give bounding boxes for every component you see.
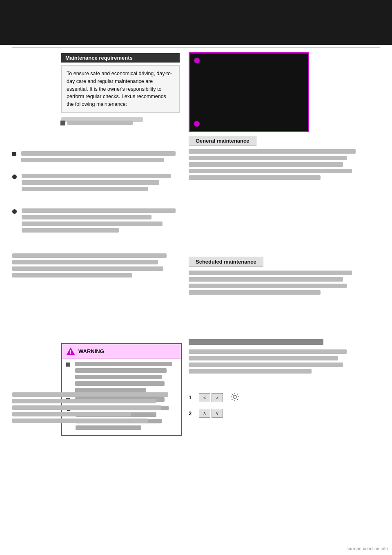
svg-point-2: [233, 395, 236, 398]
nav-btn-right[interactable]: >: [212, 393, 223, 402]
sq-bullet-1: [12, 152, 16, 156]
maint-req-text-box: To ensure safe and economical driving, d…: [61, 65, 180, 113]
top-dark-bar: [0, 0, 392, 45]
warning-text-group-1: [75, 362, 177, 394]
svg-line-9: [237, 394, 238, 395]
lb-line-5: [12, 418, 148, 423]
rc-line-4: [189, 169, 352, 173]
warning-line-1: [75, 362, 172, 366]
rc-line-2: [189, 156, 347, 160]
main-divider: [12, 47, 380, 47]
svg-line-10: [232, 399, 233, 400]
nav-btn-group-1: < >: [199, 393, 223, 402]
left-gray-line-3c: [22, 222, 163, 226]
rc-text-block-1: [189, 149, 364, 182]
warning-sq-bullet-row: [66, 362, 177, 394]
nav-btn-up[interactable]: ∧: [199, 409, 210, 418]
left-text-block-lower: [12, 253, 184, 280]
lb-line-2: [12, 399, 156, 403]
left-gray-line-3a: [22, 208, 176, 213]
warning-sq-bullet: [66, 363, 70, 367]
rc-sched-line-2: [189, 277, 343, 282]
gear-icon: [230, 392, 239, 401]
nav-btn-down[interactable]: ∨: [212, 409, 223, 418]
left-gray-line-2c: [22, 187, 148, 191]
rb-line-3: [189, 363, 343, 367]
left-text-group-3: [22, 208, 184, 235]
nav-btn-group-2: ∧ ∨: [199, 409, 223, 418]
left-sq-bullet-row-1: [12, 151, 184, 164]
watermark: carmanualonline.info: [346, 546, 388, 551]
left-lower-line-2: [12, 260, 158, 264]
svg-line-8: [237, 399, 238, 400]
svg-line-7: [232, 394, 233, 395]
rb-line-1: [189, 349, 347, 354]
left-text-group-2: [22, 174, 184, 193]
general-maintenance-label: General maintenance: [189, 136, 256, 146]
item2-number: 2: [189, 410, 195, 416]
left-lower-line-3: [12, 266, 163, 271]
right-bottom-text-block: [189, 349, 364, 376]
maint-req-title: Maintenance requirements: [65, 55, 133, 61]
text-line-maint-small: [67, 121, 133, 125]
circle-bullet-bottom: [194, 121, 200, 127]
numbered-item-2: 2 ∧ ∨: [189, 409, 223, 418]
circle-bullet-2: [12, 209, 17, 214]
warning-line-10: [76, 425, 141, 430]
scheduled-maintenance-label: Scheduled maintenance: [189, 257, 263, 267]
maint-req-header-box: Maintenance requirements: [61, 53, 180, 63]
left-circle-bullet-row-1: [12, 174, 184, 193]
image-box-right: [189, 52, 309, 132]
lb-line-1: [12, 392, 168, 397]
warning-line-5: [75, 388, 146, 392]
left-lower-line-4: [12, 273, 132, 278]
left-gray-line-1a: [21, 151, 176, 156]
left-lower-line-1: [12, 253, 167, 258]
left-circle-bullet-row-2: [12, 208, 184, 235]
left-gray-line-3d: [22, 228, 119, 233]
numbered-item-1: 1 < >: [189, 392, 239, 403]
item1-number: 1: [189, 394, 195, 401]
right-bottom-top-label: [189, 339, 323, 345]
square-bullet-left: [60, 121, 65, 125]
rc-sched-line-3: [189, 284, 347, 288]
rb-line-4: [189, 369, 312, 374]
left-bottom-text-block: [12, 392, 182, 425]
rc-line-3: [189, 162, 343, 167]
svg-text:!: !: [70, 349, 71, 355]
warning-triangle-icon: !: [66, 347, 75, 356]
rc-line-5: [189, 175, 321, 180]
warning-header: ! WARNING: [62, 344, 181, 358]
rc-sched-line-1: [189, 271, 352, 275]
lb-line-4: [12, 412, 131, 416]
maint-req-body: To ensure safe and economical driving, d…: [67, 70, 174, 108]
nav-btn-left[interactable]: <: [199, 393, 210, 402]
left-gray-line-3b: [22, 215, 151, 219]
warning-line-3: [75, 375, 162, 379]
left-gray-line-2b: [22, 180, 159, 185]
rc-line-1: [189, 149, 356, 154]
left-text-group-1: [21, 151, 184, 164]
page-container: Maintenance requirements To ensure safe …: [0, 0, 392, 555]
left-gray-line-2a: [22, 174, 171, 178]
rc-text-block-2: [189, 271, 364, 297]
warning-line-4: [75, 381, 165, 386]
gear-icon-container: [230, 392, 239, 403]
rc-sched-line-4: [189, 290, 321, 295]
left-gray-line-1b: [21, 158, 164, 162]
rb-line-2: [189, 356, 338, 360]
warning-title: WARNING: [78, 348, 104, 354]
lb-line-3: [12, 405, 161, 410]
circle-bullet-top: [194, 58, 200, 63]
warning-line-2: [75, 368, 167, 373]
circle-bullet-1: [12, 175, 17, 179]
